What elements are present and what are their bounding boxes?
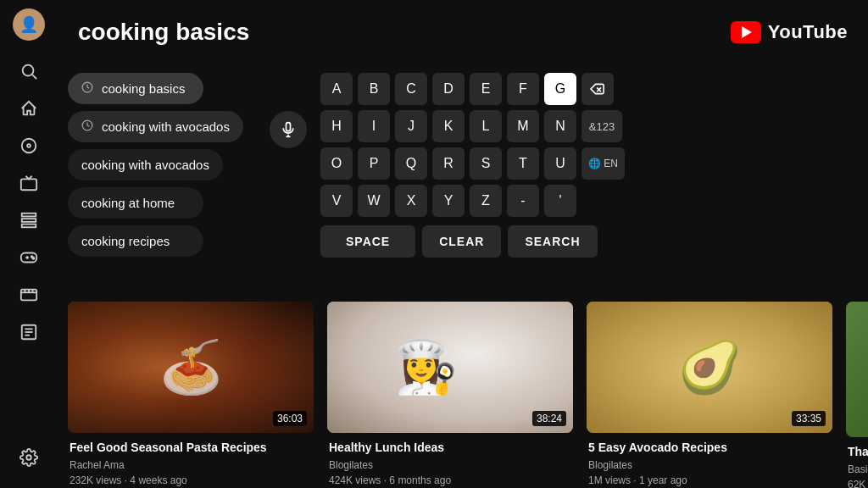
sidebar-search-icon[interactable] — [12, 54, 46, 88]
sidebar-library-icon[interactable] — [12, 203, 46, 237]
key-a[interactable]: A — [320, 73, 353, 105]
key-l[interactable]: L — [470, 110, 502, 142]
key-w[interactable]: W — [358, 185, 390, 217]
key-v[interactable]: V — [320, 185, 353, 217]
video-info: Feel Good Seasonal Pasta Recipes Rachel … — [68, 433, 314, 488]
main-content: cooking basics cooking with avocados coo… — [58, 64, 868, 488]
sidebar-home-icon[interactable] — [12, 92, 46, 125]
key-m[interactable]: M — [507, 110, 539, 142]
header: cooking basics YouTube — [58, 0, 868, 64]
sidebar-settings-icon[interactable] — [12, 441, 46, 474]
video-thumbnail: 36:03 — [68, 302, 314, 433]
key-g[interactable]: G — [544, 73, 576, 105]
video-channel: Rachel Ama — [70, 458, 312, 473]
svg-point-3 — [27, 144, 31, 147]
svg-rect-4 — [21, 179, 36, 190]
video-info: 5 Easy Avocado Recipes Blogilates 1M vie… — [587, 433, 832, 488]
key-x[interactable]: X — [395, 185, 427, 217]
key-s[interactable]: S — [470, 147, 502, 180]
key-o[interactable]: O — [320, 147, 353, 180]
title-bold: basics — [175, 19, 249, 45]
svg-rect-6 — [22, 219, 36, 222]
video-channel: Blogilates — [329, 458, 571, 473]
key-z[interactable]: Z — [470, 185, 502, 217]
suggestion-text: cooking with avocados — [102, 119, 230, 134]
keyboard-action-row: SPACE CLEAR SEARCH — [320, 225, 851, 258]
key-backspace[interactable] — [581, 73, 614, 105]
space-key[interactable]: SPACE — [320, 225, 415, 258]
search-key[interactable]: SEARCH — [508, 225, 597, 258]
key-f[interactable]: F — [507, 73, 539, 105]
svg-point-22 — [26, 455, 31, 460]
video-card[interactable]: 36:03 Feel Good Seasonal Pasta Recipes R… — [68, 302, 314, 488]
keyboard-row-1: A B C D E F G — [320, 73, 851, 105]
keyboard-row-2: H I J K L M N &123 — [320, 110, 851, 142]
suggestion-text: cooking recipes — [81, 234, 170, 248]
svg-point-0 — [23, 65, 34, 76]
keyboard-panel: A B C D E F G H I J K L — [303, 64, 868, 266]
svg-rect-5 — [22, 214, 36, 217]
key-i[interactable]: I — [358, 110, 390, 142]
video-card-partial[interactable]: Than... Basic C... 62K vie... — [846, 302, 868, 488]
video-title: 5 Easy Avocado Recipes — [588, 440, 831, 455]
svg-rect-25 — [287, 123, 291, 131]
video-meta: Rachel Ama 232K views · 4 weeks ago — [70, 458, 312, 488]
key-q[interactable]: Q — [395, 147, 427, 180]
suggestion-item[interactable]: cooking with avocados — [68, 111, 243, 142]
key-k[interactable]: K — [432, 110, 465, 142]
video-channel: Blogilates — [588, 458, 831, 473]
key-b[interactable]: B — [358, 73, 390, 105]
key-language[interactable]: 🌐 EN — [581, 147, 625, 180]
key-u[interactable]: U — [544, 147, 576, 180]
avatar[interactable]: 👤 — [13, 8, 45, 41]
key-j[interactable]: J — [395, 110, 427, 142]
sidebar-movies-icon[interactable] — [12, 278, 46, 312]
video-thumbnail-partial — [846, 302, 868, 437]
videos-section: 36:03 Feel Good Seasonal Pasta Recipes R… — [58, 302, 868, 488]
svg-point-2 — [22, 139, 36, 153]
clear-key[interactable]: CLEAR — [422, 225, 501, 258]
sidebar-subscriptions-icon[interactable] — [12, 166, 46, 200]
key-h[interactable]: H — [320, 110, 353, 142]
video-thumbnail: 38:24 — [327, 302, 573, 433]
page-title: cooking basics — [78, 19, 249, 46]
youtube-text: YouTube — [768, 21, 848, 43]
suggestions-panel: cooking basics cooking with avocados coo… — [58, 73, 295, 257]
key-n[interactable]: N — [544, 110, 576, 142]
suggestion-item[interactable]: cooking with avocados — [68, 149, 223, 180]
key-c[interactable]: C — [395, 73, 427, 105]
video-channel-partial: Basic C... — [848, 462, 868, 477]
key-e[interactable]: E — [470, 73, 502, 105]
key-p[interactable]: P — [358, 147, 390, 180]
suggestion-item[interactable]: cooking recipes — [68, 225, 203, 257]
key-empty — [581, 185, 614, 217]
youtube-icon — [731, 21, 761, 43]
clock-icon — [81, 119, 93, 134]
suggestion-item[interactable]: cooking basics — [68, 73, 203, 104]
sidebar-gaming-icon[interactable] — [12, 241, 46, 274]
svg-rect-7 — [22, 225, 36, 228]
video-duration: 33:35 — [792, 411, 826, 426]
video-card[interactable]: 38:24 Healthy Lunch Ideas Blogilates 424… — [327, 302, 573, 488]
key-d[interactable]: D — [432, 73, 465, 105]
key-t[interactable]: T — [507, 147, 539, 180]
key-dash[interactable]: - — [507, 185, 539, 217]
suggestion-text: cooking at home — [81, 196, 175, 210]
video-stats-partial: 62K vie... — [848, 477, 868, 488]
suggestion-text: cooking basics — [102, 81, 185, 96]
sidebar-episodes-icon[interactable] — [12, 315, 46, 349]
key-y[interactable]: Y — [432, 185, 465, 217]
key-r[interactable]: R — [432, 147, 465, 180]
video-info-partial: Than... Basic C... 62K vie... — [846, 437, 868, 488]
key-apostrophe[interactable]: ' — [544, 185, 576, 217]
video-thumbnail: 33:35 — [587, 302, 832, 433]
keyboard-rows: A B C D E F G H I J K L — [320, 73, 851, 258]
video-title-partial: Than... — [848, 444, 868, 459]
video-meta: Blogilates 424K views · 6 months ago — [329, 458, 571, 488]
suggestion-text: cooking with avocados — [81, 158, 209, 172]
sidebar-explore-icon[interactable] — [12, 129, 46, 163]
microphone-button[interactable] — [270, 111, 307, 148]
key-numbers[interactable]: &123 — [581, 110, 622, 142]
video-card[interactable]: 33:35 5 Easy Avocado Recipes Blogilates … — [587, 302, 832, 488]
suggestion-item[interactable]: cooking at home — [68, 187, 203, 219]
